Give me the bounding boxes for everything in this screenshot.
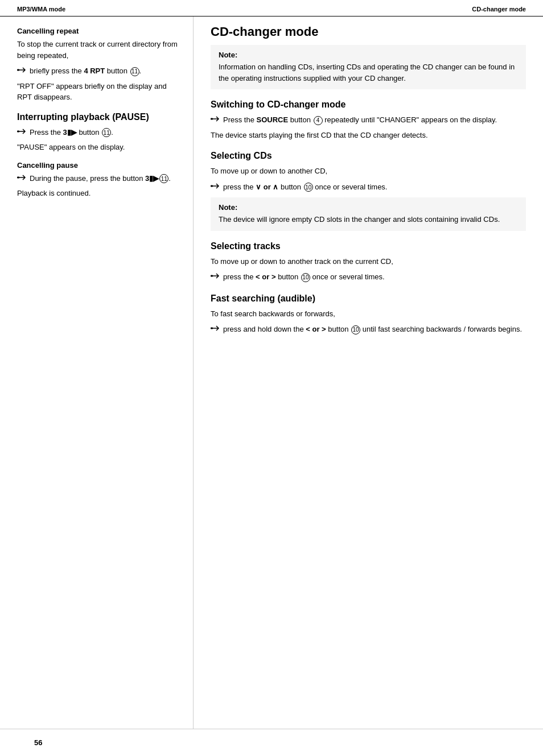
- cancelling-pause-section: Cancelling pause During the pause, press…: [17, 161, 179, 199]
- selecting-cds-body1: To move up or down to another CD,: [211, 166, 526, 177]
- svg-rect-2: [17, 176, 19, 178]
- arrow-bullet-icon-2: [17, 127, 27, 139]
- header-right: CD-changer mode: [472, 6, 526, 13]
- note1-title: Note:: [219, 51, 518, 59]
- cancelling-repeat-instruction1-text: briefly press the 4 RPT button 11.: [30, 65, 179, 77]
- selecting-tracks-instruction1-text: press the < or > button 10 once or sever…: [223, 271, 526, 283]
- right-column: CD-changer mode Note: Information on han…: [194, 16, 543, 729]
- source-bold: SOURCE: [257, 115, 289, 124]
- arrow-bullet-icon-7: [211, 324, 221, 336]
- arrow-bullet-icon-5: [211, 182, 221, 193]
- selecting-tracks-instruction1: press the < or > button 10 once or sever…: [211, 271, 526, 283]
- interrupting-playback-section: Interrupting playback (PAUSE) Press the …: [17, 112, 179, 153]
- btn3-bold-2: 3▮▶: [145, 174, 159, 183]
- note-box-1: Note: Information on handling CDs, inser…: [211, 45, 526, 89]
- fast-searching-instruction1: press and hold down the < or > button 10…: [211, 324, 526, 336]
- cancelling-repeat-body1: To stop the current track or current dir…: [17, 39, 179, 61]
- selecting-cds-section: Selecting CDs To move up or down to anot…: [211, 151, 526, 231]
- svg-rect-5: [211, 275, 213, 277]
- circle-10b: 10: [301, 273, 310, 282]
- interrupting-instruction1: Press the 3▮▶ button 11.: [17, 127, 179, 139]
- note1-text: Information on handling CDs, inserting C…: [219, 61, 518, 84]
- cancelling-repeat-body2: "RPT OFF" appears briefly on the display…: [17, 81, 179, 103]
- interrupting-instruction1-text: Press the 3▮▶ button 11.: [30, 127, 179, 138]
- fast-searching-body1: To fast search backwards or forwards,: [211, 308, 526, 320]
- page-header: MP3/WMA mode CD-changer mode: [0, 0, 543, 16]
- arrow-bullet-icon-4: [211, 115, 221, 126]
- arrow-bullet-icon-6: [211, 272, 221, 283]
- selecting-tracks-section: Selecting tracks To move up or down to a…: [211, 241, 526, 283]
- page-footer: 56: [0, 729, 543, 756]
- down-up-arrows: ∨ or ∧: [256, 183, 278, 191]
- cancelling-repeat-title: Cancelling repeat: [17, 27, 179, 35]
- switching-instruction1-text: Press the SOURCE button 4 repeatedly unt…: [223, 114, 526, 126]
- cancelling-pause-title: Cancelling pause: [17, 161, 179, 170]
- fast-searching-title: Fast searching (audible): [211, 294, 526, 304]
- left-column: Cancelling repeat To stop the current tr…: [0, 16, 194, 729]
- selecting-cds-title: Selecting CDs: [211, 151, 526, 161]
- content-area: Cancelling repeat To stop the current tr…: [0, 16, 543, 729]
- less-greater-bold-2: < or >: [306, 325, 326, 333]
- page-number: 56: [17, 733, 59, 753]
- cancelling-repeat-section: Cancelling repeat To stop the current tr…: [17, 27, 179, 103]
- fast-searching-section: Fast searching (audible) To fast search …: [211, 294, 526, 336]
- svg-rect-6: [211, 328, 213, 329]
- playback-continued-text: Playback is continued.: [17, 188, 179, 199]
- selecting-tracks-title: Selecting tracks: [211, 241, 526, 251]
- svg-rect-3: [211, 118, 213, 120]
- circle-11b: 11: [102, 128, 111, 137]
- page: MP3/WMA mode CD-changer mode Cancelling …: [0, 0, 543, 756]
- fast-searching-instruction1-text: press and hold down the < or > button 10…: [223, 324, 526, 335]
- circle-11a: 11: [130, 67, 139, 76]
- switching-body1: The device starts playing the first CD t…: [211, 130, 526, 141]
- switching-section: Switching to CD-changer mode Press the S…: [211, 100, 526, 141]
- less-greater-bold: < or >: [256, 272, 275, 281]
- svg-rect-1: [17, 130, 19, 132]
- arrow-bullet-icon-3: [17, 173, 27, 185]
- btn3-bold: 3▮▶: [63, 128, 77, 137]
- cancelling-pause-instruction1: During the pause, press the button 3▮▶11…: [17, 173, 179, 185]
- circle-10a: 10: [304, 183, 313, 192]
- selecting-tracks-body1: To move up or down to another track on t…: [211, 256, 526, 267]
- 4rpt-bold: 4 RPT: [84, 67, 105, 75]
- note2-text: The device will ignore empty CD slots in…: [219, 214, 518, 225]
- cd-changer-main-title: CD-changer mode: [211, 24, 526, 39]
- selecting-cds-instruction1: press the ∨ or ∧ button 10 once or sever…: [211, 181, 526, 193]
- pause-appears-text: "PAUSE" appears on the display.: [17, 142, 179, 153]
- circle-11c: 11: [159, 174, 168, 183]
- svg-rect-0: [17, 69, 19, 71]
- header-left: MP3/WMA mode: [17, 6, 65, 13]
- cancelling-repeat-instruction1: briefly press the 4 RPT button 11.: [17, 65, 179, 77]
- circle-10c: 10: [351, 325, 360, 334]
- interrupting-playback-title: Interrupting playback (PAUSE): [17, 112, 179, 122]
- note-box-2: Note: The device will ignore empty CD sl…: [211, 197, 526, 231]
- switching-instruction1: Press the SOURCE button 4 repeatedly unt…: [211, 114, 526, 126]
- circle-4: 4: [314, 116, 323, 125]
- cancelling-pause-instruction1-text: During the pause, press the button 3▮▶11…: [30, 173, 179, 184]
- note2-title: Note:: [219, 203, 518, 212]
- svg-rect-4: [211, 185, 213, 187]
- selecting-cds-instruction1-text: press the ∨ or ∧ button 10 once or sever…: [223, 181, 526, 193]
- switching-title: Switching to CD-changer mode: [211, 100, 526, 110]
- arrow-bullet-icon: [17, 66, 27, 77]
